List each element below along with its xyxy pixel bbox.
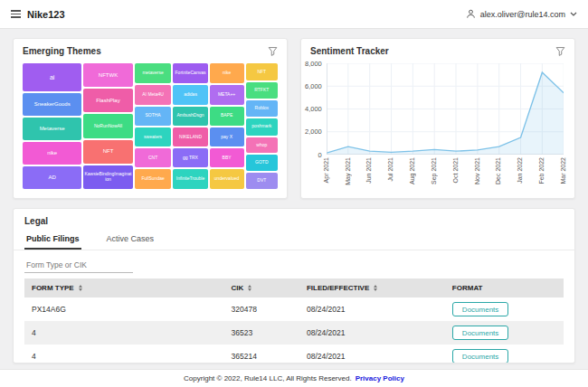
x-tick-label: Apr 2021: [323, 157, 329, 183]
x-tick-label: May 2021: [345, 157, 351, 185]
emerging-themes-title: Emerging Themes: [23, 46, 101, 56]
sentiment-tracker-card: Sentiment Tracker 8,0006,0004,0002,0000 …: [300, 38, 575, 199]
treemap-tile[interactable]: SOTHA: [135, 107, 172, 126]
cell-cik: 365214: [224, 345, 299, 363]
treemap-column: FortniteCanvasadidasAmbushDsgnNIKELANDgg…: [173, 63, 207, 189]
treemap-tile[interactable]: CNT: [135, 148, 172, 167]
treemap-column: metaverseAI Meta4USOTHAsweatersCNTFullSu…: [135, 63, 172, 189]
cell-form-type: 4: [24, 321, 224, 345]
treemap-tile[interactable]: RTFKT: [246, 82, 278, 99]
cell-cik: 36523: [224, 321, 299, 345]
top-bar: Nike123 alex.oliver@rule14.com: [0, 0, 588, 29]
treemap-tile[interactable]: META++: [210, 85, 244, 105]
treemap-tile[interactable]: FlashPlay: [83, 89, 132, 112]
sort-icon[interactable]: [374, 285, 377, 291]
treemap-tile[interactable]: NFT: [83, 140, 132, 164]
treemap-tile[interactable]: AD: [23, 166, 81, 189]
cell-filed-effective: 08/24/2021: [299, 321, 445, 345]
column-header[interactable]: FORM TYPE: [24, 278, 224, 297]
treemap-column: NFTRTFKTRobloxposhmarkwhopGOTDDVT: [246, 63, 278, 189]
x-tick-label: Dec 2021: [495, 157, 501, 184]
treemap-tile[interactable]: BAPE: [210, 107, 244, 126]
treemap-tile[interactable]: Metaverse: [23, 118, 81, 140]
column-header-label: FILED/EFFECTIVE: [307, 284, 369, 292]
documents-button[interactable]: Documents: [452, 349, 508, 363]
tab-public-filings[interactable]: Public Filings: [24, 231, 81, 250]
chart-x-axis: Apr 2021May 2021Jun 2021Jul 2021Aug 2021…: [327, 157, 564, 191]
cell-format: Documents: [445, 297, 564, 321]
x-tick-label: Jan 2022: [517, 157, 523, 184]
privacy-policy-link[interactable]: Privacy Policy: [356, 374, 404, 382]
treemap-tile[interactable]: Roblox: [246, 100, 278, 117]
treemap-tile[interactable]: NFTWK: [83, 63, 132, 87]
treemap-tile[interactable]: SneakerGoods: [23, 93, 81, 116]
sort-icon[interactable]: [248, 285, 251, 291]
treemap-column: nikeMETA++BAPEpay XBBYundervalued: [210, 63, 244, 189]
treemap-tile[interactable]: NoRunNowAll: [83, 114, 132, 137]
legal-table: FORM TYPECIKFILED/EFFECTIVEFORMAT PX14A6…: [24, 278, 564, 363]
x-tick-label: Nov 2021: [474, 157, 480, 184]
cell-format: Documents: [445, 321, 564, 345]
column-header[interactable]: FILED/EFFECTIVE: [299, 278, 445, 297]
filter-icon[interactable]: [555, 46, 565, 56]
treemap-tile[interactable]: InfiniteTrouble: [173, 169, 207, 189]
emerging-themes-card: Emerging Themes aiSneakerGoodsMetaversen…: [13, 38, 288, 199]
treemap-tile[interactable]: pay X: [210, 127, 244, 147]
treemap: aiSneakerGoodsMetaversenikeADNFTWKFlashP…: [14, 60, 287, 198]
sentiment-chart-svg: [327, 63, 564, 155]
legal-table-body: PX14A6G32047808/24/2021Documents43652308…: [24, 297, 564, 363]
x-tick-label: Aug 2021: [409, 157, 415, 184]
column-header-label: CIK: [232, 284, 244, 292]
column-header: FORMAT: [445, 278, 564, 297]
sentiment-chart: 8,0006,0004,0002,0000 Apr 2021May 2021Ju…: [301, 60, 574, 198]
tab-active-cases[interactable]: Active Cases: [105, 231, 156, 250]
legal-table-head-row: FORM TYPECIKFILED/EFFECTIVEFORMAT: [24, 278, 564, 297]
sort-icon[interactable]: [79, 285, 82, 291]
cell-cik: 320478: [224, 297, 299, 321]
chevron-down-icon: [570, 12, 577, 16]
brand: Nike123: [11, 9, 65, 20]
treemap-tile[interactable]: nike: [210, 63, 244, 83]
x-tick-label: Oct 2021: [452, 157, 459, 183]
cell-form-type: PX14A6G: [24, 297, 224, 321]
x-tick-label: Jun 2021: [365, 157, 372, 184]
treemap-tile[interactable]: BBY: [210, 148, 244, 167]
user-menu[interactable]: alex.oliver@rule14.com: [466, 9, 577, 19]
x-tick-label: Feb 2022: [538, 157, 545, 184]
column-header-label: FORM TYPE: [32, 284, 74, 292]
filter-icon[interactable]: [268, 46, 278, 56]
treemap-tile[interactable]: gg TRX: [173, 148, 207, 167]
treemap-tile[interactable]: metaverse: [135, 63, 172, 83]
treemap-tile[interactable]: poshmark: [246, 118, 278, 136]
treemap-tile[interactable]: AmbushDsgn: [173, 107, 207, 126]
form-type-cik-input[interactable]: [24, 258, 133, 273]
table-row: PX14A6G32047808/24/2021Documents: [24, 297, 564, 321]
treemap-tile[interactable]: sweaters: [135, 127, 172, 147]
main-content: Emerging Themes aiSneakerGoodsMetaversen…: [0, 29, 588, 363]
treemap-tile[interactable]: AI Meta4U: [135, 85, 172, 105]
treemap-tile[interactable]: nike: [23, 142, 81, 165]
documents-button[interactable]: Documents: [452, 326, 508, 340]
treemap-tile[interactable]: undervalued: [210, 169, 244, 189]
column-header[interactable]: CIK: [224, 278, 299, 297]
treemap-tile[interactable]: DVT: [246, 173, 278, 189]
treemap-tile[interactable]: adidas: [173, 85, 207, 105]
legal-tabs: Public Filings Active Cases: [14, 231, 574, 250]
user-email: alex.oliver@rule14.com: [480, 10, 565, 19]
treemap-tile[interactable]: NIKELAND: [173, 127, 207, 147]
copyright-text: Copyright © 2022, Rule14 LLC, All Rights…: [184, 374, 352, 382]
x-tick-label: Sep 2021: [431, 157, 437, 184]
column-header-label: FORMAT: [452, 284, 483, 292]
treemap-tile[interactable]: FortniteCanvas: [173, 63, 207, 83]
treemap-tile[interactable]: GOTD: [246, 155, 278, 171]
menu-icon[interactable]: [11, 10, 21, 18]
x-tick-label: Mar 2022: [560, 157, 566, 184]
treemap-tile[interactable]: KawsieBindingImagination: [83, 165, 132, 189]
treemap-tile[interactable]: whop: [246, 137, 278, 154]
app-title: Nike123: [27, 9, 65, 20]
treemap-tile[interactable]: ai: [23, 63, 81, 91]
treemap-tile[interactable]: NFT: [246, 63, 278, 80]
treemap-tile[interactable]: FullSundae: [135, 169, 172, 189]
documents-button[interactable]: Documents: [452, 302, 508, 316]
cell-filed-effective: 08/24/2021: [299, 345, 445, 363]
